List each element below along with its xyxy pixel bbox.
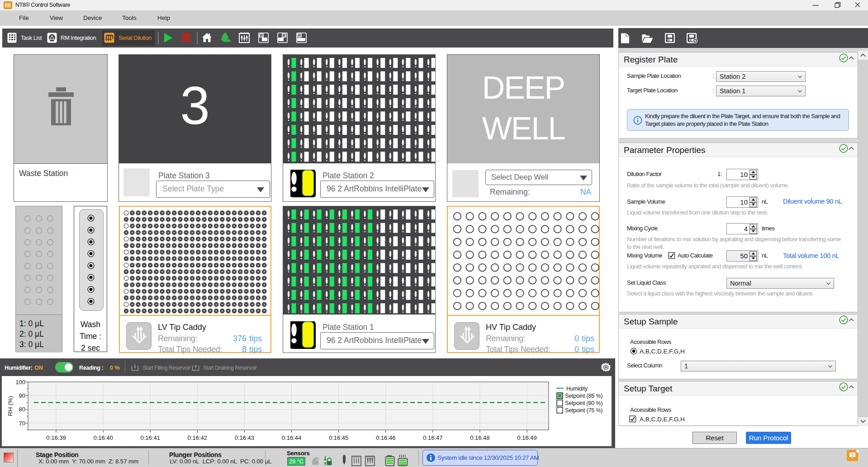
svg-text:Setpoint (80 %): Setpoint (80 %) [565, 400, 602, 406]
svg-text:70: 70 [19, 420, 25, 427]
svg-text:80: 80 [19, 406, 25, 413]
svg-text:0:16:44: 0:16:44 [282, 434, 301, 441]
svg-text:100: 100 [15, 379, 25, 386]
svg-text:0:16:42: 0:16:42 [188, 434, 207, 441]
svg-text:0:16:48: 0:16:48 [470, 434, 489, 441]
svg-text:0:16:39: 0:16:39 [46, 434, 66, 441]
svg-text:H: H [261, 34, 263, 38]
svg-text:RH (%): RH (%) [7, 396, 14, 416]
svg-text:Setpoint (85 %): Setpoint (85 %) [565, 393, 602, 399]
svg-text:Humidity: Humidity [566, 386, 588, 392]
svg-text:90: 90 [19, 392, 25, 399]
svg-text:H: H [299, 34, 301, 38]
svg-text:0:16:47: 0:16:47 [423, 434, 442, 441]
svg-text:0:16:43: 0:16:43 [235, 434, 254, 441]
svg-text:Setpoint (75 %): Setpoint (75 %) [565, 407, 602, 414]
svg-text:0:16:41: 0:16:41 [141, 434, 160, 441]
svg-text:H: H [283, 34, 285, 38]
svg-text:0:16:49: 0:16:49 [517, 434, 536, 441]
svg-text:0:16:46: 0:16:46 [376, 434, 395, 441]
svg-text:0:16:40: 0:16:40 [93, 434, 113, 441]
svg-text:0:16:45: 0:16:45 [329, 434, 348, 441]
